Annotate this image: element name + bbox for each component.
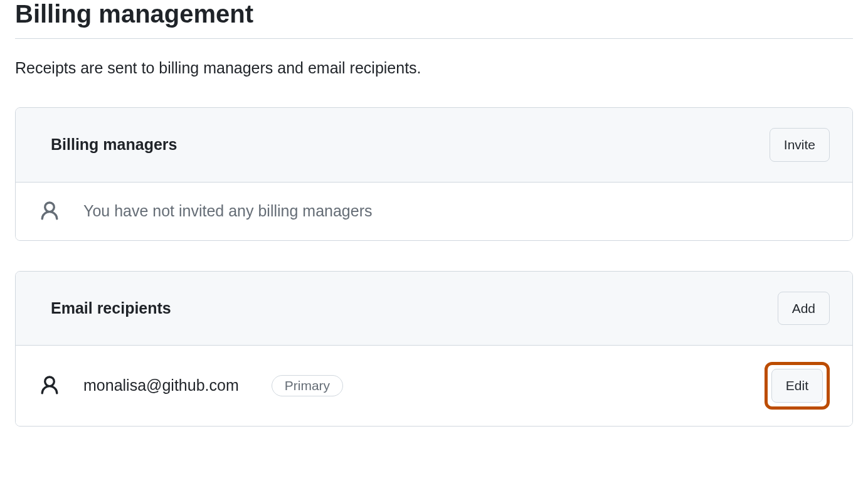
add-button[interactable]: Add — [778, 292, 830, 326]
email-recipient-row: monalisa@github.com Primary Edit — [16, 346, 852, 426]
email-recipients-section: Email recipients Add monalisa@github.com… — [15, 271, 853, 427]
primary-badge: Primary — [272, 375, 343, 396]
person-icon — [38, 199, 61, 224]
billing-managers-empty-row: You have not invited any billing manager… — [16, 183, 852, 240]
email-recipient-address: monalisa@github.com — [83, 376, 239, 395]
billing-managers-section: Billing managers Invite You have not inv… — [15, 107, 853, 241]
person-icon — [38, 373, 61, 398]
page-title: Billing management — [15, 0, 853, 39]
edit-highlight: Edit — [765, 362, 830, 410]
page-description: Receipts are sent to billing managers an… — [15, 59, 853, 77]
billing-managers-empty-text: You have not invited any billing manager… — [83, 202, 373, 220]
email-recipients-title: Email recipients — [51, 299, 171, 317]
edit-button[interactable]: Edit — [771, 369, 823, 403]
email-recipients-header: Email recipients Add — [16, 272, 852, 346]
billing-managers-title: Billing managers — [51, 135, 177, 154]
invite-button[interactable]: Invite — [770, 128, 830, 162]
billing-managers-header: Billing managers Invite — [16, 108, 852, 183]
